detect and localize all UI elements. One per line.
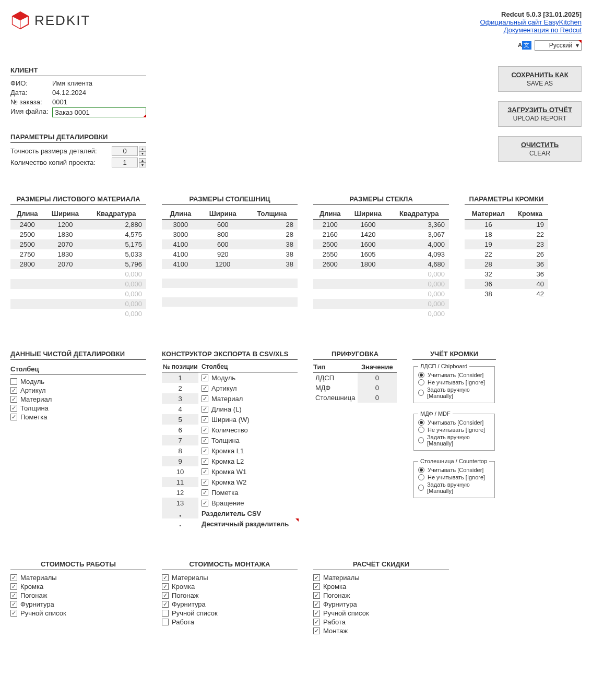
export-dec-sep-pos[interactable]: . (162, 518, 198, 529)
table-cell[interactable]: 5,033 (86, 249, 146, 259)
table-cell[interactable] (162, 279, 199, 288)
table-cell[interactable] (10, 289, 44, 299)
table-cell[interactable]: 3,067 (389, 230, 449, 239)
prif-value[interactable]: 0 (358, 383, 397, 393)
prif-value[interactable]: 0 (358, 393, 397, 403)
table-cell[interactable]: 4100 (162, 239, 199, 249)
export-col-cell[interactable]: Артикул (198, 383, 298, 393)
check-row[interactable]: Материалы (162, 573, 298, 582)
checkbox[interactable] (162, 583, 169, 590)
export-pos[interactable]: 7 (162, 435, 198, 445)
table-cell[interactable]: 2800 (10, 259, 44, 269)
table-cell[interactable]: 600 (199, 239, 246, 249)
link-easykitchen[interactable]: Официальный сайт EasyKitchen (480, 18, 582, 26)
table-cell[interactable]: 28 (465, 259, 512, 269)
checkbox[interactable] (202, 489, 208, 496)
table-cell[interactable] (313, 309, 347, 319)
order-value[interactable]: 0001 (52, 98, 146, 106)
export-pos[interactable]: 8 (162, 445, 198, 456)
edge-radio-row[interactable]: Задать вручную [Manually] (418, 433, 490, 447)
checkbox[interactable] (162, 592, 169, 599)
table-cell[interactable]: 42 (512, 289, 548, 299)
table-cell[interactable] (44, 279, 86, 289)
table-cell[interactable]: 4100 (162, 249, 199, 259)
table-cell[interactable]: 600 (199, 220, 246, 230)
checkbox[interactable] (202, 448, 208, 454)
table-cell[interactable]: 0,000 (389, 269, 449, 279)
checkbox[interactable] (202, 427, 208, 433)
table-cell[interactable]: 32 (465, 269, 512, 279)
prif-value[interactable]: 0 (358, 373, 397, 383)
table-cell[interactable] (162, 307, 199, 316)
check-row[interactable]: Монтаж (313, 626, 449, 635)
checkbox[interactable] (10, 414, 17, 420)
clear-button[interactable]: ОЧИСТИТЬ CLEAR (498, 136, 582, 162)
export-pos[interactable]: 2 (162, 383, 198, 393)
table-cell[interactable]: 40 (512, 279, 548, 289)
radio[interactable] (418, 390, 424, 396)
checkbox[interactable] (313, 592, 320, 599)
table-cell[interactable] (246, 288, 298, 297)
table-cell[interactable] (199, 288, 246, 297)
table-cell[interactable] (199, 269, 246, 279)
table-cell[interactable] (199, 307, 246, 316)
export-pos[interactable]: 1 (162, 372, 198, 383)
fio-value[interactable]: Имя клиента (52, 79, 146, 87)
upload-report-button[interactable]: ЗАГРУЗИТЬ ОТЧЁТ UPLOAD REPORT (498, 101, 582, 127)
check-row[interactable]: Кромка (10, 582, 146, 591)
table-cell[interactable]: 0,000 (86, 299, 146, 309)
checkbox[interactable] (202, 437, 208, 444)
table-cell[interactable]: 1830 (44, 230, 86, 239)
table-cell[interactable] (246, 269, 298, 279)
check-row[interactable]: Модуль (10, 377, 146, 386)
edge-radio-row[interactable]: Задать вручную [Manually] (418, 386, 490, 400)
radio[interactable] (418, 474, 424, 480)
table-cell[interactable] (347, 289, 389, 299)
checkbox[interactable] (313, 610, 320, 617)
table-cell[interactable]: 38 (246, 249, 298, 259)
check-row[interactable]: Погонаж (10, 591, 146, 600)
table-cell[interactable]: 2070 (44, 259, 86, 269)
table-cell[interactable]: 18 (465, 230, 512, 239)
checkbox[interactable] (10, 405, 17, 412)
table-cell[interactable] (10, 279, 44, 289)
export-sep-csv-pos[interactable]: , (162, 508, 198, 518)
checkbox[interactable] (202, 458, 208, 465)
checkbox[interactable] (162, 610, 169, 617)
table-cell[interactable] (199, 279, 246, 288)
check-row[interactable]: Толщина (10, 404, 146, 413)
export-col-cell[interactable]: Длина (L) (198, 404, 298, 414)
export-pos[interactable]: 11 (162, 477, 198, 487)
table-cell[interactable]: 4,000 (389, 239, 449, 249)
export-col-cell[interactable]: Ширина (W) (198, 414, 298, 425)
table-cell[interactable]: 23 (512, 239, 548, 249)
table-cell[interactable]: 4,093 (389, 249, 449, 259)
date-value[interactable]: 04.12.2024 (52, 89, 146, 96)
table-cell[interactable] (313, 299, 347, 309)
check-row[interactable]: Фурнитура (313, 600, 449, 609)
table-cell[interactable]: 2500 (313, 239, 347, 249)
check-row[interactable]: Погонаж (162, 591, 298, 600)
check-row[interactable]: Погонаж (313, 591, 449, 600)
radio[interactable] (418, 467, 424, 473)
checkbox[interactable] (162, 619, 169, 625)
edge-radio-row[interactable]: Задать вручную [Manually] (418, 481, 490, 494)
table-cell[interactable]: 3,360 (389, 220, 449, 230)
edge-radio-row[interactable]: Учитывать [Consider] (418, 419, 490, 426)
table-cell[interactable] (10, 309, 44, 319)
table-cell[interactable] (313, 289, 347, 299)
checkbox[interactable] (202, 500, 208, 506)
table-cell[interactable]: 16 (465, 220, 512, 230)
export-pos[interactable]: 4 (162, 404, 198, 414)
table-cell[interactable]: 19 (465, 239, 512, 249)
table-cell[interactable]: 2400 (10, 220, 44, 230)
table-cell[interactable]: 4,680 (389, 259, 449, 269)
table-cell[interactable]: 22 (465, 249, 512, 259)
table-cell[interactable]: 5,796 (86, 259, 146, 269)
table-cell[interactable] (162, 297, 199, 307)
precision-spinner[interactable]: ▲▼ (139, 147, 146, 156)
checkbox[interactable] (10, 583, 17, 590)
copies-spinner[interactable]: ▲▼ (139, 158, 146, 167)
checkbox[interactable] (313, 627, 320, 634)
table-cell[interactable]: 26 (512, 249, 548, 259)
